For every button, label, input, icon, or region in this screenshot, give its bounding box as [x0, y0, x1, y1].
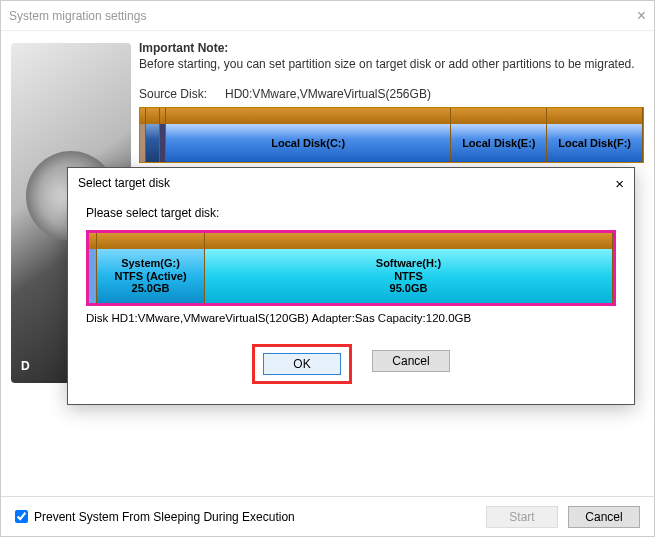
- source-seg-e[interactable]: Local Disk(E:): [451, 108, 547, 162]
- note-text: Before starting, you can set partition s…: [139, 57, 644, 73]
- dialog-cancel-button[interactable]: Cancel: [372, 350, 450, 372]
- dialog-prompt: Please select target disk:: [86, 206, 616, 220]
- source-seg-f[interactable]: Local Disk(F:): [547, 108, 643, 162]
- target-seg-h[interactable]: Software(H:) NTFS 95.0GB: [205, 233, 613, 303]
- dialog-close-icon[interactable]: ×: [615, 175, 624, 192]
- source-seg-c-label: Local Disk(C:): [166, 124, 450, 162]
- target-disk-bar[interactable]: System(G:) NTFS (Active) 25.0GB Software…: [89, 233, 613, 303]
- target-seg-reserved: [89, 233, 97, 303]
- source-seg-f-label: Local Disk(F:): [547, 124, 642, 162]
- source-seg-reserved-2: [146, 108, 160, 162]
- ok-highlight: OK: [252, 344, 352, 384]
- target-g-size: 25.0GB: [132, 282, 170, 295]
- close-icon[interactable]: ×: [637, 7, 646, 25]
- prevent-sleep-checkbox[interactable]: Prevent System From Sleeping During Exec…: [15, 510, 295, 524]
- target-h-name: Software(H:): [376, 257, 441, 270]
- main-window: System migration settings × D Important …: [0, 0, 655, 537]
- dialog-buttons: OK Cancel: [86, 344, 616, 384]
- prevent-sleep-input[interactable]: [15, 510, 28, 523]
- dialog-body: Please select target disk: System(G:) NT…: [68, 198, 634, 392]
- cancel-button[interactable]: Cancel: [568, 506, 640, 528]
- select-target-dialog: Select target disk × Please select targe…: [67, 167, 635, 405]
- target-g-fs: NTFS (Active): [114, 270, 186, 283]
- hdd-label: D: [21, 359, 30, 373]
- source-row: Source Disk: HD0:VMware,VMwareVirtualS(2…: [139, 87, 644, 101]
- start-button: Start: [486, 506, 558, 528]
- footer: Prevent System From Sleeping During Exec…: [1, 496, 654, 536]
- dialog-titlebar: Select target disk ×: [68, 168, 634, 198]
- target-g-name: System(G:): [121, 257, 180, 270]
- prevent-sleep-label: Prevent System From Sleeping During Exec…: [34, 510, 295, 524]
- note-title: Important Note:: [139, 41, 644, 55]
- source-disk-bar[interactable]: Local Disk(C:) Local Disk(E:) Local Disk…: [139, 107, 644, 163]
- target-h-size: 95.0GB: [390, 282, 428, 295]
- target-disk-highlight: System(G:) NTFS (Active) 25.0GB Software…: [86, 230, 616, 306]
- footer-buttons: Start Cancel: [486, 506, 640, 528]
- titlebar: System migration settings ×: [1, 1, 654, 31]
- ok-button[interactable]: OK: [263, 353, 341, 375]
- target-disk-info: Disk HD1:VMware,VMwareVirtualS(120GB) Ad…: [86, 312, 616, 324]
- source-label: Source Disk:: [139, 87, 207, 101]
- source-value: HD0:VMware,VMwareVirtualS(256GB): [225, 87, 431, 101]
- target-seg-g[interactable]: System(G:) NTFS (Active) 25.0GB: [97, 233, 205, 303]
- window-title: System migration settings: [9, 9, 146, 23]
- source-seg-e-label: Local Disk(E:): [451, 124, 546, 162]
- dialog-title: Select target disk: [78, 176, 170, 190]
- target-h-fs: NTFS: [394, 270, 423, 283]
- source-seg-c[interactable]: Local Disk(C:): [166, 108, 451, 162]
